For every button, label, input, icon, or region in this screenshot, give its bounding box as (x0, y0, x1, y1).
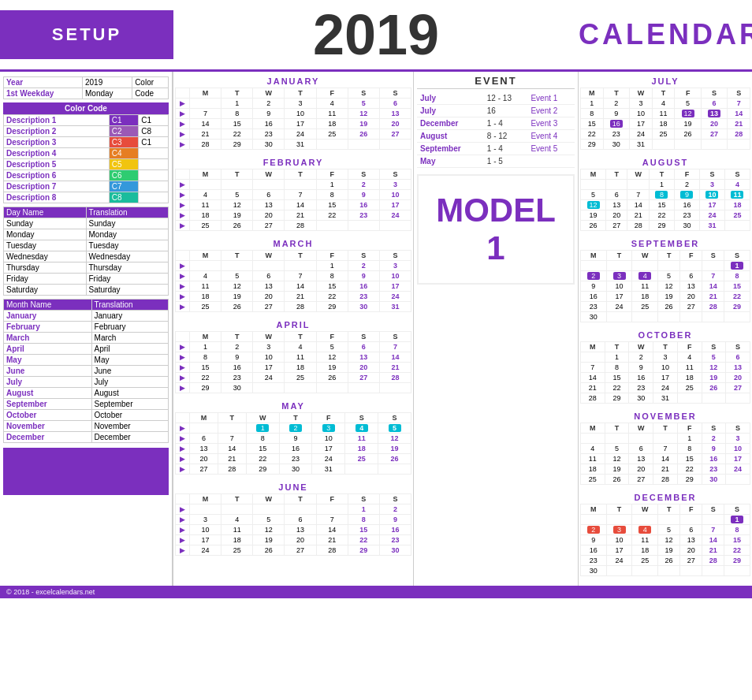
desc3-code: C3 (109, 137, 139, 148)
desc7-label: Description 7 (4, 181, 110, 192)
october-title: OCTOBER (580, 329, 750, 341)
footer: © 2018 - excelcalendars.net (0, 586, 752, 598)
july-grid: JULY MTWTFSS 1234567 891011121314 151617… (580, 75, 750, 150)
january-title: JANUARY (175, 75, 411, 88)
january-table: MTWTFSS ▶123456 ▶78910111213 ▶1415161718… (175, 88, 411, 150)
march-table: MTWTFSS ▶123 ▶45678910 ▶11121314151617 ▶… (175, 250, 411, 312)
month-name-header: Month Name (4, 300, 92, 311)
main-header: SETUP 2019 CALENDAR (0, 0, 752, 72)
setup-table: Year 2019 Color 1st Weekday Monday Code (3, 76, 169, 99)
event-row-1: July 12 - 13 Event 1 (417, 92, 575, 105)
september-title: SEPTEMBER (580, 237, 750, 250)
desc4-code: C4 (109, 148, 139, 159)
desc1-label: Description 1 (4, 115, 110, 126)
day-translation-header: Translation (86, 207, 169, 218)
code-label: Code (132, 88, 169, 99)
desc6-code: C6 (109, 170, 139, 181)
october-table: MTWTFSS 123456 78910111213 1415161718192… (580, 341, 750, 404)
desc5-label: Description 5 (4, 159, 110, 170)
july-table: MTWTFSS 1234567 891011121314 15161718192… (580, 88, 750, 150)
desc6-label: Description 6 (4, 170, 110, 181)
month-names-table: Month Name Translation JanuaryJanuary Fe… (3, 299, 169, 443)
march-grid: MARCH MTWTFSS ▶123 ▶45678910 ▶1112131415… (175, 237, 411, 312)
august-table: MTWTFSS 1234 567891011 12131415161718 19… (580, 169, 750, 231)
september-table: MTWTFSS 1 2345678 9101112131415 16171819… (580, 250, 750, 322)
color-label: Color (132, 77, 169, 88)
event-row-5: September 1 - 4 Event 5 (417, 143, 575, 155)
event-title: EVENT (417, 75, 575, 89)
august-grid: AUGUST MTWTFSS 1234 567891011 1213141516… (580, 156, 750, 231)
weekday-value[interactable]: Monday (82, 88, 132, 99)
desc3-ref: C1 (139, 137, 169, 148)
events-column: EVENT July 12 - 13 Event 1 July 16 Event… (413, 72, 579, 586)
setup-title: SETUP (0, 10, 173, 59)
weekday-label: 1st Weekday (4, 88, 83, 99)
desc8-code: C8 (109, 192, 139, 203)
desc4-label: Description 4 (4, 148, 110, 159)
event-row-3: December 1 - 4 Event 3 (417, 117, 575, 130)
august-title: AUGUST (580, 156, 750, 169)
year-value[interactable]: 2019 (82, 77, 132, 88)
desc2-label: Description 2 (4, 126, 110, 137)
may-grid: MAY MTWTFSS ▶12345 ▶6789101112 ▶13141516… (175, 400, 411, 475)
left-panel: Year 2019 Color 1st Weekday Monday Code … (0, 72, 173, 586)
desc1-code: C1 (109, 115, 139, 126)
december-title: DECEMBER (580, 491, 750, 504)
desc2-code: C2 (109, 126, 139, 137)
color-code-table: Description 1 C1 C1 Description 2 C2 C8 … (3, 114, 169, 203)
june-title: JUNE (175, 481, 411, 493)
march-title: MARCH (175, 237, 411, 250)
april-title: APRIL (175, 318, 411, 331)
purple-decoration (3, 448, 169, 495)
april-table: MTWTFSS ▶1234567 ▶891011121314 ▶15161718… (175, 331, 411, 393)
month-translation-header: Translation (91, 300, 168, 311)
content-area: Year 2019 Color 1st Weekday Monday Code … (0, 72, 752, 586)
left-months: JANUARY MTWTFSS ▶123456 ▶78910111213 ▶14… (173, 72, 413, 586)
may-title: MAY (175, 400, 411, 412)
february-title: FEBRUARY (175, 156, 411, 169)
calendar-title: CALENDAR (579, 18, 752, 51)
desc1-ref: C1 (139, 115, 169, 126)
desc5-code: C5 (109, 159, 139, 170)
event-row-4: August 8 - 12 Event 4 (417, 130, 575, 143)
july-title: JULY (580, 75, 750, 88)
may-table: MTWTFSS ▶12345 ▶6789101112 ▶131415161718… (175, 412, 411, 475)
november-grid: NOVEMBER MTWTFSS 123 45678910 1112131415… (580, 410, 750, 485)
desc2-ref: C8 (139, 126, 169, 137)
day-name-header: Day Name (4, 207, 87, 218)
february-table: MTWTFSS ▶123 ▶45678910 ▶11121314151617 ▶… (175, 169, 411, 231)
event-row-6: May 1 - 5 (417, 155, 575, 168)
september-grid: SEPTEMBER MTWTFSS 1 2345678 910111213141… (580, 237, 750, 322)
year-display: 2019 (173, 6, 579, 63)
event-table: July 12 - 13 Event 1 July 16 Event 2 Dec… (417, 92, 575, 168)
january-grid: JANUARY MTWTFSS ▶123456 ▶78910111213 ▶14… (175, 75, 411, 150)
desc7-code: C7 (109, 181, 139, 192)
desc3-label: Description 3 (4, 137, 110, 148)
day-names-table: Day Name Translation SundaySunday Monday… (3, 207, 169, 296)
model-label: MODEL 1 (417, 174, 575, 285)
december-table: MTWTFSS 1 2345678 9101112131415 16171819… (580, 504, 750, 576)
event-row-2: July 16 Event 2 (417, 105, 575, 117)
february-grid: FEBRUARY MTWTFSS ▶123 ▶45678910 ▶1112131… (175, 156, 411, 231)
year-label: Year (4, 77, 83, 88)
december-grid: DECEMBER MTWTFSS 1 2345678 9101112131415… (580, 491, 750, 576)
color-code-title: Color Code (3, 102, 169, 114)
november-title: NOVEMBER (580, 410, 750, 423)
desc8-label: Description 8 (4, 192, 110, 203)
june-grid: JUNE MTWTFSS ▶12 ▶3456789 ▶1011121314151… (175, 481, 411, 556)
november-table: MTWTFSS 123 45678910 11121314151617 1819… (580, 423, 750, 485)
april-grid: APRIL MTWTFSS ▶1234567 ▶891011121314 ▶15… (175, 318, 411, 393)
june-table: MTWTFSS ▶12 ▶3456789 ▶10111213141516 ▶17… (175, 493, 411, 556)
october-grid: OCTOBER MTWTFSS 123456 78910111213 14151… (580, 329, 750, 404)
right-months: JULY MTWTFSS 1234567 891011121314 151617… (579, 72, 752, 586)
